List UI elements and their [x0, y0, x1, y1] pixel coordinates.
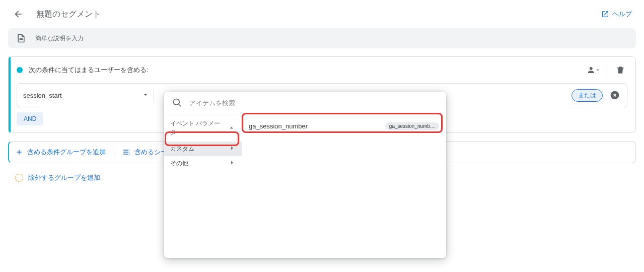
exclude-label: 除外するグループを追加	[28, 173, 100, 182]
category-custom[interactable]: カスタム	[164, 142, 242, 156]
trash-icon	[615, 65, 625, 75]
result-label: ga_session_number	[249, 122, 308, 130]
description-placeholder: 簡単な説明を入力	[35, 34, 84, 43]
popover-results: ga_session_number ga_session_numb…	[242, 114, 446, 258]
category-section-header[interactable]: イベント パラメータ	[164, 114, 242, 142]
include-group-title: 次の条件に当てはまるユーザーを含める:	[29, 65, 581, 75]
close-circle-icon	[610, 90, 620, 100]
result-badge: ga_session_numb…	[385, 122, 439, 130]
category-header-label: イベント パラメータ	[170, 119, 225, 137]
dashed-circle-icon	[15, 174, 23, 182]
scope-button[interactable]	[587, 63, 601, 77]
or-button[interactable]: または	[571, 89, 603, 102]
document-icon	[16, 33, 26, 43]
chevron-right-icon	[229, 159, 236, 168]
and-button[interactable]: AND	[17, 112, 43, 125]
back-button[interactable]	[12, 8, 24, 20]
chevron-up-icon	[228, 124, 236, 132]
include-indicator-dot	[17, 67, 23, 73]
event-label: session_start	[23, 92, 62, 99]
help-link[interactable]: ヘルプ	[601, 10, 632, 19]
divider	[114, 148, 114, 157]
help-label: ヘルプ	[612, 10, 632, 19]
add-exclude-group-button[interactable]: 除外するグループを追加	[15, 173, 100, 182]
chevron-right-icon	[229, 145, 236, 153]
result-ga-session-number[interactable]: ga_session_number ga_session_numb…	[242, 118, 446, 134]
category-label: その他	[170, 159, 188, 168]
arrow-left-icon	[13, 9, 23, 19]
add-condition-group-button[interactable]: 含める条件グループを追加	[15, 148, 106, 157]
category-other[interactable]: その他	[164, 156, 242, 171]
plus-icon	[15, 148, 23, 156]
popover-search-row	[164, 92, 446, 114]
page-title: 無題のセグメント	[36, 9, 601, 20]
parameter-popover: イベント パラメータ カスタム その他 ga_session_number ga…	[164, 92, 446, 258]
search-icon	[172, 98, 182, 108]
popover-categories: イベント パラメータ カスタム その他	[164, 114, 242, 258]
delete-group-button[interactable]	[613, 63, 627, 77]
sequence-icon	[122, 148, 130, 156]
chevron-down-icon	[141, 91, 150, 100]
open-in-new-icon	[601, 10, 609, 18]
include-group-header: 次の条件に当てはまるユーザーを含める:	[9, 57, 635, 83]
chevron-down-icon	[595, 66, 601, 74]
delete-condition-button[interactable]	[609, 89, 621, 101]
divider	[607, 65, 607, 75]
search-input[interactable]	[189, 99, 438, 107]
event-selector[interactable]: session_start	[23, 89, 154, 102]
description-row[interactable]: 簡単な説明を入力	[8, 28, 636, 48]
add-group-label: 含める条件グループを追加	[27, 148, 106, 157]
category-label: カスタム	[170, 145, 194, 153]
